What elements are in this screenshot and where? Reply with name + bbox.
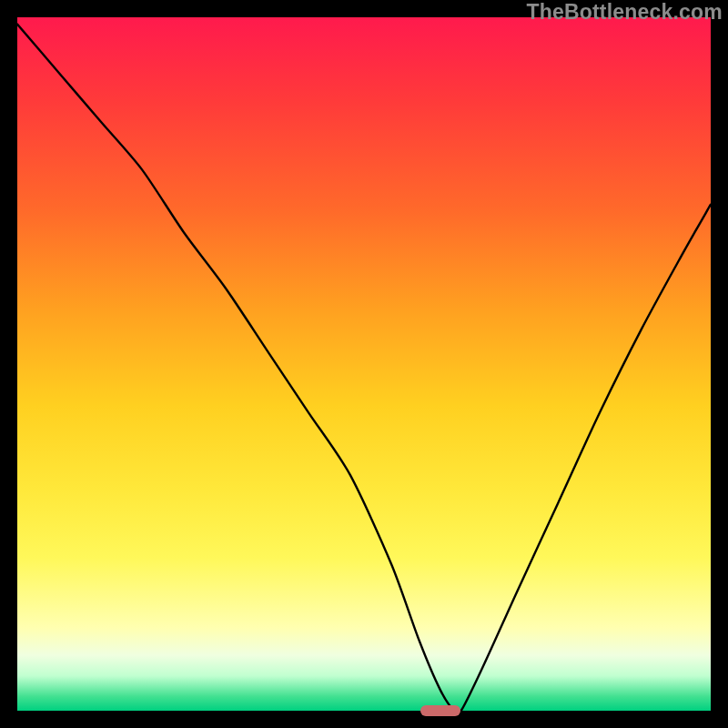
optimum-marker bbox=[420, 705, 460, 716]
chart-plot-area bbox=[17, 17, 711, 711]
bottleneck-curve bbox=[17, 17, 711, 711]
chart-stage: TheBottleneck.com bbox=[0, 0, 728, 728]
watermark-text: TheBottleneck.com bbox=[526, 0, 723, 25]
